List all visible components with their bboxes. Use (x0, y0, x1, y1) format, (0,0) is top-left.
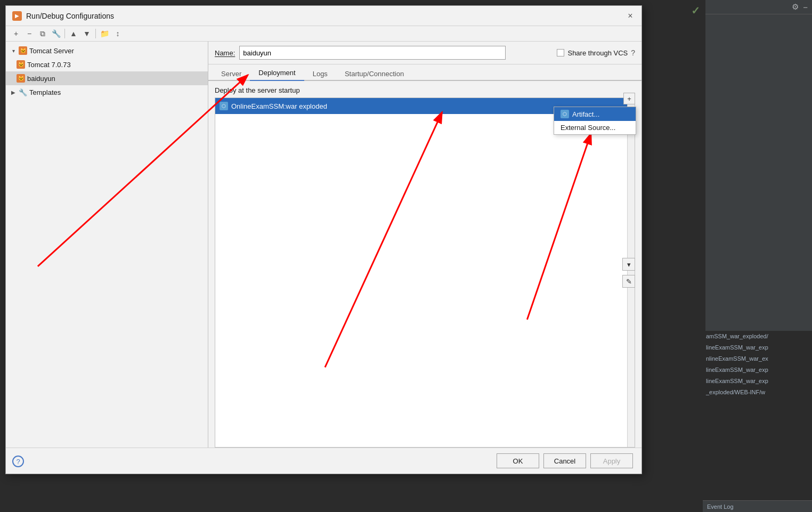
tree-area: ▾ 🐱 Tomcat Server 🐱 Tomcat 7.0.73 (6, 42, 208, 448)
add-artifact-button[interactable]: + (623, 93, 635, 104)
deployment-area: Deploy at the server startup ⬡ OnlineExa… (208, 81, 642, 448)
dialog-icon: ▶ (12, 11, 22, 21)
dialog-body: ▾ 🐱 Tomcat Server 🐱 Tomcat 7.0.73 (6, 42, 642, 448)
remove-config-button[interactable]: − (23, 28, 35, 39)
name-bar: Name: Share through VCS ? (208, 42, 642, 64)
cancel-button[interactable]: Cancel (543, 453, 586, 468)
tab-server[interactable]: Server (213, 67, 250, 81)
expand-arrow-templates: ▶ (10, 89, 17, 95)
folder-button[interactable]: 📁 (99, 28, 110, 39)
add-config-button[interactable]: + (10, 28, 22, 39)
deploy-list-container: ⬡ OnlineExamSSM:war exploded (215, 97, 635, 448)
share-checkbox[interactable] (557, 49, 564, 56)
deploy-label: Deploy at the server startup (208, 81, 642, 97)
dropdown-item-external[interactable]: External Source... (554, 121, 636, 134)
share-label: Share through VCS (567, 49, 628, 57)
right-content: Name: Share through VCS ? Server Deploym… (208, 42, 642, 448)
tab-logs[interactable]: Logs (304, 67, 336, 81)
dropdown-artifact-label: Artifact... (572, 110, 599, 118)
sort-button[interactable]: ↕ (112, 28, 124, 39)
panel-line-2: lineExamSSM_war_exp (703, 342, 812, 353)
dropdown-external-label: External Source... (561, 124, 615, 132)
left-panel: ▾ 🐱 Tomcat Server 🐱 Tomcat 7.0.73 (6, 42, 208, 448)
tomcat-7073-icon: 🐱 (17, 60, 25, 69)
baiduyun-label: baiduyun (27, 75, 55, 83)
dropdown-menu: ⬡ Artifact... External Source... (554, 107, 636, 135)
green-checkmark: ✓ (691, 4, 700, 17)
tomcat-7073-label: Tomcat 7.0.73 (27, 61, 71, 69)
question-mark-button[interactable]: ? (12, 456, 24, 467)
panel-line-3: nlineExamSSM_war_ex (703, 353, 812, 364)
deploy-actions: + ▾ ✎ (622, 109, 635, 288)
minus-icon[interactable]: − (803, 3, 808, 12)
baiduyun-icon: 🐱 (17, 74, 25, 83)
tree-item-tomcat-server-group[interactable]: ▾ 🐱 Tomcat Server (6, 44, 208, 58)
panel-bottom-content: amSSM_war_exploded/ lineExamSSM_war_exp … (703, 331, 812, 512)
tomcat-server-label: Tomcat Server (29, 47, 74, 55)
panel-line-6: _exploded/WEB-INF/w (703, 387, 812, 398)
name-input[interactable] (239, 46, 506, 60)
templates-label: Templates (29, 88, 61, 96)
ok-button[interactable]: OK (497, 453, 539, 468)
copy-config-button[interactable]: ⧉ (37, 28, 48, 39)
move-up-button[interactable]: ▲ (68, 28, 79, 39)
tree-item-templates[interactable]: ▶ 🔧 Templates (6, 85, 208, 99)
toolbar-sep-2 (95, 29, 96, 38)
tree-item-tomcat-7073[interactable]: 🐱 Tomcat 7.0.73 (6, 58, 208, 71)
panel-line-5: lineExamSSM_war_exp (703, 376, 812, 387)
edit-artifact-button[interactable]: ✎ (622, 275, 635, 288)
panel-line-1: amSSM_war_exploded/ (703, 331, 812, 342)
run-debug-dialog: ▶ Run/Debug Configurations × + − ⧉ 🔧 ▲ ▼… (5, 5, 642, 474)
tomcat-server-icon: 🐱 (19, 46, 27, 55)
panel-line-4: lineExamSSM_war_exp (703, 364, 812, 376)
dropdown-item-artifact[interactable]: ⬡ Artifact... (554, 107, 636, 121)
tabs-bar: Server Deployment Logs Startup/Connectio… (208, 64, 642, 81)
dialog-footer: ? OK Cancel Apply (6, 448, 642, 474)
help-icon[interactable]: ? (631, 48, 635, 57)
gear-icon[interactable]: ⚙ (792, 2, 799, 12)
dialog-title: Run/Debug Configurations (26, 12, 114, 20)
tree-item-baiduyun[interactable]: 🐱 baiduyun (6, 71, 208, 85)
move-down-artifact-button[interactable]: ▾ (622, 258, 635, 271)
name-label: Name: (215, 49, 235, 57)
move-down-button[interactable]: ▼ (81, 28, 93, 39)
dialog-titlebar: ▶ Run/Debug Configurations × (6, 6, 642, 26)
expand-arrow-tomcat: ▾ (10, 47, 17, 54)
toolbar-sep-1 (64, 29, 65, 38)
wrench-icon-templates: 🔧 (19, 88, 27, 96)
tab-startup[interactable]: Startup/Connection (336, 67, 412, 81)
share-checkbox-area: Share through VCS ? (557, 48, 635, 57)
panel-top-bar: ⚙ − (705, 0, 812, 14)
artifact-icon-0: ⬡ (220, 102, 228, 110)
event-log-bar: Event Log (703, 500, 812, 512)
title-left: ▶ Run/Debug Configurations (12, 11, 114, 21)
apply-button[interactable]: Apply (590, 453, 633, 468)
event-log-text: Event Log (707, 503, 734, 510)
artifact-menu-icon: ⬡ (561, 110, 569, 118)
tab-deployment[interactable]: Deployment (250, 66, 304, 81)
close-button[interactable]: × (626, 11, 635, 21)
artifact-label-0: OnlineExamSSM:war exploded (231, 102, 327, 110)
wrench-button[interactable]: 🔧 (50, 28, 62, 39)
